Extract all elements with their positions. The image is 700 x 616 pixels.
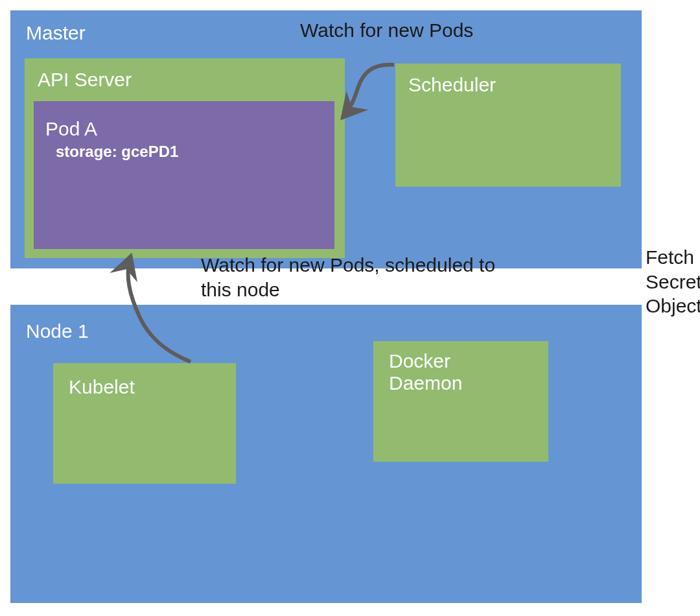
annotation-watch-new-pods: Watch for new Pods xyxy=(300,18,473,43)
docker-daemon-title: Docker Daemon xyxy=(389,350,462,394)
pod-a-box: Pod A storage: gcePD1 xyxy=(34,101,334,249)
annotation-watch-scheduled: Watch for new Pods, scheduled to this no… xyxy=(201,253,519,302)
diagram-canvas: Master API Server Pod A storage: gcePD1 … xyxy=(0,0,700,616)
scheduler-title: Scheduler xyxy=(408,74,496,96)
api-server-title: API Server xyxy=(38,69,132,91)
api-server-box: API Server Pod A storage: gcePD1 xyxy=(25,58,345,258)
scheduler-box: Scheduler xyxy=(395,64,621,187)
annotation-fetch-secret: Fetch Secret Object xyxy=(646,245,700,318)
pod-a-title: Pod A xyxy=(45,118,97,140)
pod-a-storage: storage: gcePD1 xyxy=(56,143,178,161)
kubelet-box: Kubelet xyxy=(53,363,236,484)
node1-title: Node 1 xyxy=(26,320,89,342)
master-title: Master xyxy=(26,22,86,44)
kubelet-title: Kubelet xyxy=(69,376,135,398)
node1-box: Node 1 Kubelet Docker Daemon xyxy=(10,305,642,603)
docker-daemon-box: Docker Daemon xyxy=(373,341,548,462)
master-box: Master API Server Pod A storage: gcePD1 … xyxy=(10,10,642,268)
